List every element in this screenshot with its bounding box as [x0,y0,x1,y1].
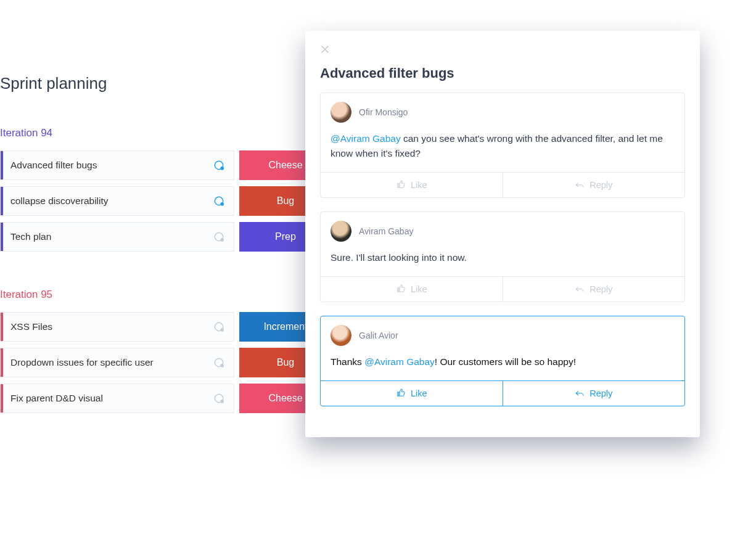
task-card[interactable]: Tech plan [0,222,234,252]
thumbs-up-icon [396,388,406,400]
task-title: collapse discoverability [10,195,109,207]
reply-icon [575,179,585,191]
chat-icon[interactable] [213,231,225,243]
chat-icon[interactable] [213,195,225,207]
comments-panel: Advanced filter bugs Ofir Monsigo @Avira… [305,31,700,437]
task-card[interactable]: Dropdown issues for specific user [0,348,234,377]
like-button[interactable]: Like [321,173,503,197]
iteration-group: Iteration 95 XSS Files Increment Dropdow… [0,289,345,413]
svg-point-1 [220,202,224,206]
chat-icon[interactable] [213,159,225,171]
comment: Ofir Monsigo @Aviram Gabay can you see w… [320,92,685,198]
mention[interactable]: @Aviram Gabay [364,356,435,367]
like-button[interactable]: Like [321,381,503,406]
avatar[interactable] [331,102,351,123]
comment-body: Sure. I'll start looking into it now. [321,247,684,276]
reply-icon [575,284,585,295]
iteration-header[interactable]: Iteration 95 [0,289,345,301]
iteration-header[interactable]: Iteration 94 [0,127,345,139]
reply-icon [575,388,585,400]
reply-label: Reply [590,180,612,190]
comment-actions: Like Reply [321,380,684,406]
avatar[interactable] [331,221,351,242]
svg-point-5 [220,400,224,403]
like-label: Like [411,388,427,398]
comment-header: Galit Avior [321,316,684,351]
board-row: Dropdown issues for specific user Bug [0,348,345,377]
panel-title: Advanced filter bugs [320,65,685,81]
task-title: Dropdown issues for specific user [10,357,154,368]
comment-header: Aviram Gabay [321,212,684,247]
board-row: Fix parent D&D visual Cheese [0,384,345,413]
comment-author: Ofir Monsigo [359,107,408,117]
close-icon[interactable] [320,44,330,54]
task-title: Tech plan [10,231,51,242]
task-card[interactable]: XSS Files [0,312,234,342]
chat-icon[interactable] [213,321,225,333]
mention[interactable]: @Aviram Gabay [331,133,401,144]
iteration-group: Iteration 94 Advanced filter bugs Cheese… [0,127,345,252]
comment: Aviram Gabay Sure. I'll start looking in… [320,212,685,302]
board-row: collapse discoverability Bug [0,186,345,216]
reply-label: Reply [590,284,612,294]
reply-button[interactable]: Reply [503,381,685,406]
board-row: Advanced filter bugs Cheese [0,150,345,180]
comment: Galit Avior Thanks @Aviram Gabay! Our cu… [320,316,685,406]
comment-author: Aviram Gabay [359,226,413,236]
task-title: Fix parent D&D visual [10,393,103,404]
avatar[interactable] [331,325,351,346]
svg-point-4 [220,364,224,368]
comment-text: ! Our customers will be so happy! [435,356,576,367]
comment-text: Sure. I'll start looking into it now. [331,252,467,263]
comment-text: Thanks [331,356,364,367]
svg-point-2 [220,238,224,242]
reply-button[interactable]: Reply [503,173,685,197]
board-title: Sprint planning [0,74,345,93]
board-row: XSS Files Increment [0,312,345,342]
like-label: Like [411,284,427,294]
comment-body: Thanks @Aviram Gabay! Our customers will… [321,351,684,380]
comment-author: Galit Avior [359,331,398,340]
task-card[interactable]: Advanced filter bugs [0,150,234,180]
comment-actions: Like Reply [321,276,684,302]
comment-body: @Aviram Gabay can you see what's wrong w… [321,128,684,172]
chat-icon[interactable] [213,356,225,369]
thumbs-up-icon [396,284,406,295]
svg-point-0 [220,166,224,170]
like-button[interactable]: Like [321,277,503,302]
chat-icon[interactable] [213,392,225,405]
task-title: XSS Files [10,321,52,332]
thumbs-up-icon [396,179,406,191]
task-title: Advanced filter bugs [10,160,97,171]
like-label: Like [411,180,427,190]
sprint-board: Sprint planning Iteration 94 Advanced fi… [0,74,345,450]
reply-label: Reply [590,388,612,398]
reply-button[interactable]: Reply [503,277,685,302]
board-row: Tech plan Prep [0,222,345,252]
comment-actions: Like Reply [321,172,684,197]
task-card[interactable]: Fix parent D&D visual [0,384,234,413]
svg-point-3 [220,328,224,332]
comment-header: Ofir Monsigo [321,93,684,128]
task-card[interactable]: collapse discoverability [0,186,234,216]
